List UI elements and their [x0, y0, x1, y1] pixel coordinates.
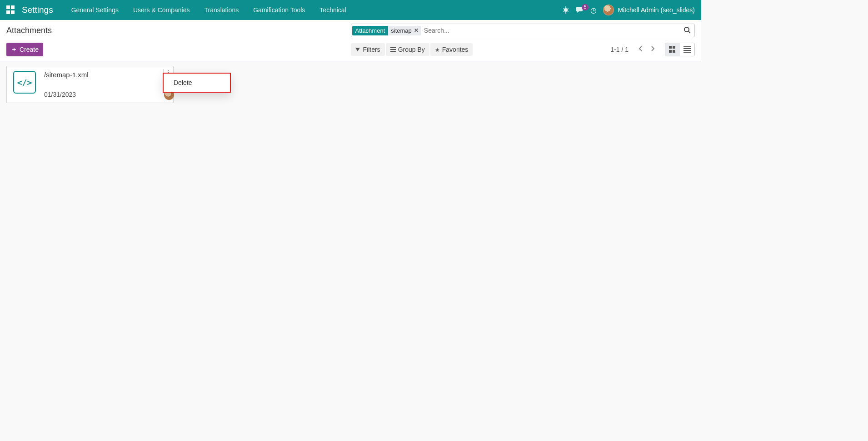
page-title: Attachments [6, 26, 52, 35]
favorites-button[interactable]: Favorites [430, 43, 473, 56]
svg-line-5 [563, 11, 564, 11]
user-name-label: Mitchell Admin (seo_slides) [618, 6, 695, 14]
favorites-label: Favorites [442, 46, 469, 53]
control-panel: Attachments Attachment sitemap ✕ [0, 20, 701, 61]
delete-menu-item[interactable]: Delete [164, 74, 230, 92]
main-menu: General Settings Users & Companies Trans… [64, 0, 354, 20]
attachment-card[interactable]: </> /sitemap-1.xml 01/31/2023 ⋮ [6, 66, 174, 103]
messages-icon[interactable]: 5 [576, 7, 584, 13]
svg-line-6 [567, 11, 569, 11]
plus-icon: ＋ [11, 45, 17, 54]
menu-gamification-tools[interactable]: Gamification Tools [246, 0, 312, 20]
groupby-icon [390, 47, 396, 52]
kanban-icon [669, 46, 676, 53]
search-facet: Attachment sitemap ✕ [352, 25, 421, 36]
search-input[interactable] [421, 25, 680, 36]
list-view-button[interactable] [680, 43, 694, 56]
user-menu[interactable]: Mitchell Admin (seo_slides) [603, 5, 695, 15]
search-bar[interactable]: Attachment sitemap ✕ [351, 24, 695, 37]
filters-button[interactable]: Filters [351, 43, 385, 56]
create-button[interactable]: ＋ Create [6, 43, 43, 56]
groupby-label: Group By [398, 46, 425, 53]
pager-text[interactable]: 1-1 / 1 [610, 46, 629, 53]
file-type-icon: </> [13, 71, 36, 94]
search-facet-value: sitemap [391, 27, 412, 34]
search-icon[interactable] [680, 26, 694, 35]
filter-icon [355, 46, 361, 53]
menu-users-companies[interactable]: Users & Companies [126, 0, 197, 20]
pager-prev-button[interactable] [635, 44, 647, 55]
kanban-view-button[interactable] [665, 43, 680, 56]
search-facet-label: Attachment [352, 26, 389, 35]
menu-technical[interactable]: Technical [312, 0, 353, 20]
svg-point-7 [684, 27, 689, 32]
kanban-area: </> /sitemap-1.xml 01/31/2023 ⋮ Delete [0, 61, 701, 108]
user-avatar-icon [603, 5, 614, 15]
debug-icon[interactable] [562, 6, 569, 14]
view-switcher [665, 43, 695, 56]
svg-line-4 [567, 9, 569, 9]
card-dropdown-menu: Delete [163, 73, 231, 93]
pager-next-button[interactable] [647, 44, 658, 55]
search-facet-remove-icon[interactable]: ✕ [414, 27, 419, 34]
menu-general-settings[interactable]: General Settings [64, 0, 126, 20]
filters-label: Filters [363, 46, 380, 53]
attachment-date: 01/31/2023 [44, 91, 167, 98]
star-icon [435, 46, 440, 53]
svg-line-8 [688, 31, 690, 33]
create-button-label: Create [20, 46, 39, 53]
svg-point-0 [564, 8, 568, 12]
activities-icon[interactable] [590, 6, 597, 15]
svg-line-3 [563, 9, 564, 9]
apps-icon[interactable] [6, 5, 15, 15]
list-icon [683, 46, 691, 53]
menu-translations[interactable]: Translations [197, 0, 246, 20]
groupby-button[interactable]: Group By [386, 43, 429, 56]
messages-badge: 5 [582, 4, 589, 10]
app-brand[interactable]: Settings [22, 5, 53, 15]
attachment-title: /sitemap-1.xml [44, 71, 167, 79]
top-navbar: Settings General Settings Users & Compan… [0, 0, 701, 20]
